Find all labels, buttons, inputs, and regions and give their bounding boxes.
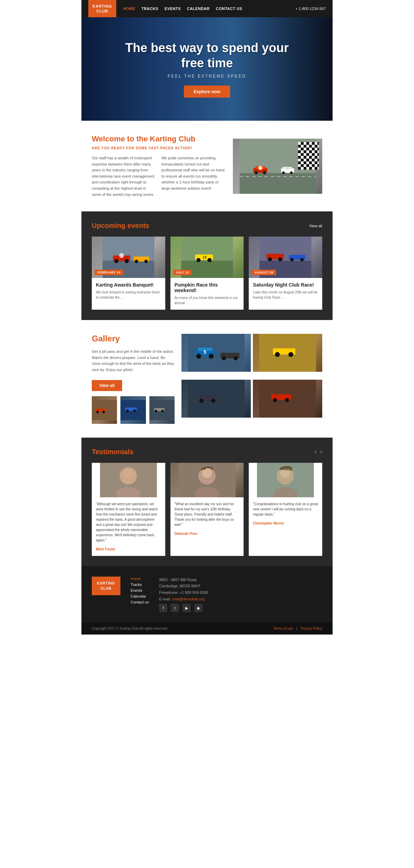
- svg-point-18: [119, 253, 124, 258]
- svg-point-11: [290, 171, 293, 174]
- testimonial-svg-3: [249, 463, 322, 497]
- svg-point-55: [222, 356, 226, 360]
- svg-point-32: [278, 257, 283, 261]
- nav-calendar[interactable]: CALENDAR: [187, 7, 210, 11]
- testimonial-svg-2: [170, 463, 244, 497]
- svg-point-42: [126, 409, 129, 412]
- svg-point-26: [207, 258, 211, 262]
- testimonial-photo-3: [249, 463, 322, 497]
- event-date-1: FEBRUARY 10: [95, 270, 124, 275]
- gallery-bottom-row: [92, 396, 175, 424]
- testimonial-body-2: "What an excellent day my son and his fr…: [170, 497, 244, 540]
- svg-point-35: [300, 258, 304, 261]
- logo-line1: KARTING: [92, 4, 112, 9]
- svg-point-5: [254, 171, 258, 174]
- social-twitter[interactable]: t: [171, 604, 179, 612]
- event-title-3: Saturday Night Club Race!: [253, 282, 318, 288]
- hero-section: The best way to spend your free time FEE…: [81, 17, 333, 121]
- svg-point-43: [134, 409, 136, 412]
- logo: KARTING CLUB: [88, 0, 116, 17]
- svg-point-56: [234, 356, 238, 360]
- event-image-2: 19 JULY 12: [170, 237, 244, 278]
- event-body-1: Karting Awards Banquet! We look forward …: [92, 278, 165, 304]
- testimonial-name-2: Deborah Prior: [175, 532, 198, 536]
- testimonial-text-3: "Congratulations to Karting club on a gr…: [253, 501, 318, 517]
- gallery-thumb-svg-1: [92, 396, 117, 424]
- testimonial-card-2: "What an excellent day my son and his fr…: [170, 463, 244, 556]
- footer-logo-line2: CLUB: [100, 587, 111, 590]
- event-desc-3: Later this month on August 29th we will …: [253, 290, 318, 300]
- next-arrow[interactable]: ›: [320, 448, 322, 456]
- event-date-3: AUGUST 29: [252, 270, 276, 275]
- svg-point-34: [290, 258, 294, 261]
- footer-nav-events[interactable]: Events: [131, 588, 149, 592]
- social-youtube[interactable]: ▶: [183, 604, 191, 612]
- footer-logo: KARTING CLUB: [92, 577, 120, 595]
- svg-rect-1: [239, 173, 315, 194]
- events-grid: FEBRUARY 10 Karting Awards Banquet! We l…: [92, 237, 322, 310]
- prev-arrow[interactable]: ‹: [315, 448, 317, 456]
- upcoming-header: Upcoming events View all: [92, 222, 322, 230]
- welcome-subtitle: ARE YOU READY FOR SOME FAST-PACED ACTION…: [92, 146, 226, 150]
- testimonials-grid: "Although we were just spectators, we we…: [92, 463, 322, 556]
- gallery-image-4: [253, 380, 322, 418]
- event-title-1: Karting Awards Banquet!: [96, 282, 161, 288]
- gallery-image-1: 5: [181, 334, 251, 372]
- svg-rect-23: [181, 261, 233, 278]
- welcome-text-right: We pride ourselves on providing immacula…: [161, 155, 226, 198]
- welcome-text-left: Our staff has a wealth of motorsport exp…: [92, 155, 156, 198]
- svg-point-17: [125, 259, 129, 263]
- event-body-3: Saturday Night Club Race! Later this mon…: [249, 278, 322, 304]
- gallery-thumb-3: [149, 396, 175, 424]
- svg-point-60: [288, 352, 293, 357]
- explore-button[interactable]: Explore now: [184, 86, 230, 98]
- nav-tracks[interactable]: TRACKS: [141, 7, 158, 11]
- gallery-left: Gallery Get a pit pass and get in the mi…: [92, 334, 175, 423]
- testimonials-section: Testimonials ‹ › "Although we were just …: [81, 438, 333, 566]
- phone-number: + 1-800-1234-567: [295, 7, 326, 11]
- checkered-flag: [298, 142, 319, 170]
- svg-point-38: [96, 411, 99, 413]
- testimonial-body-1: "Although we were just spectators, we we…: [92, 497, 165, 556]
- svg-point-16: [114, 259, 118, 263]
- social-facebook[interactable]: f: [159, 604, 167, 612]
- footer-social: f t ▶ ◉: [159, 604, 322, 612]
- svg-rect-14: [102, 261, 154, 278]
- testimonial-card-1: "Although we were just spectators, we we…: [92, 463, 165, 556]
- event-date-2: JULY 12: [173, 270, 192, 275]
- gallery-view-all-button[interactable]: View all: [92, 380, 122, 391]
- main-nav: HOME TRACKS EVENTS CALENDAR CONTACT US: [123, 7, 295, 11]
- footer-nav-tracks[interactable]: Tracks: [131, 582, 149, 587]
- gallery-thumb-svg-3: [149, 396, 175, 424]
- event-body-2: Pumpkin Race this weekend! As many of yo…: [170, 278, 244, 310]
- gallery-thumb-1: [92, 396, 117, 424]
- upcoming-view-all[interactable]: View all: [309, 224, 322, 228]
- event-card-1: FEBRUARY 10 Karting Awards Banquet! We l…: [92, 237, 165, 310]
- nav-events[interactable]: EVENTS: [165, 7, 181, 11]
- svg-text:19: 19: [203, 256, 207, 259]
- event-card-3: AUGUST 29 Saturday Night Club Race! Late…: [249, 237, 322, 310]
- terms-link[interactable]: Terms of use: [273, 627, 293, 630]
- gallery-title: Gallery: [92, 334, 175, 343]
- footer-links: Terms of use | Privacy Policy: [273, 627, 322, 630]
- footer-nav-contact[interactable]: Contact us: [131, 600, 149, 604]
- footer-link-divider: |: [296, 627, 297, 630]
- footer-nav-calendar[interactable]: Calendar: [131, 594, 149, 598]
- hero-subtitle: FEEL THE EXTREME SPEED: [125, 74, 289, 79]
- privacy-link[interactable]: Privacy Policy: [301, 627, 322, 630]
- nav-contact[interactable]: CONTACT US: [216, 7, 242, 11]
- svg-point-59: [275, 352, 280, 357]
- footer-nav-home[interactable]: Home: [131, 577, 149, 581]
- nav-home[interactable]: HOME: [123, 7, 135, 11]
- welcome-text: Welcome to the Karting Club ARE YOU READ…: [92, 134, 226, 198]
- gallery-image-2: [253, 334, 322, 372]
- testimonial-name-3: Christopher Morris: [253, 521, 284, 525]
- social-instagram[interactable]: ◉: [194, 604, 203, 612]
- hero-title-line1: The best way to spend your: [125, 41, 289, 55]
- testimonial-name-1: Mark Foster: [96, 547, 116, 551]
- svg-point-68: [285, 398, 289, 402]
- hero-title: The best way to spend your free time: [125, 40, 289, 70]
- event-image-3: AUGUST 29: [249, 237, 322, 278]
- footer-email-link[interactable]: mail@demolink.org: [172, 597, 204, 601]
- testimonial-photo-1: [92, 463, 165, 497]
